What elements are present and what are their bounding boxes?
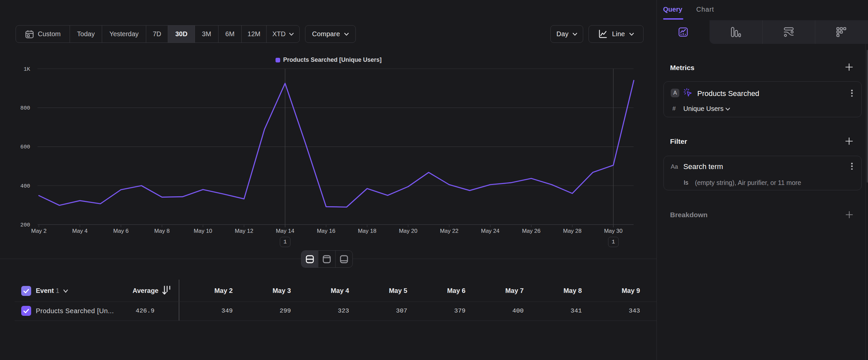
svg-text:May 14: May 14 — [276, 228, 294, 234]
svg-text:May 6: May 6 — [114, 228, 129, 234]
svg-text:May 22: May 22 — [440, 228, 459, 234]
svg-text:May 12: May 12 — [235, 228, 253, 234]
svg-text:May 16: May 16 — [317, 228, 336, 234]
svg-text:200: 200 — [20, 222, 30, 228]
svg-text:May 18: May 18 — [358, 228, 376, 234]
svg-text:May 28: May 28 — [563, 228, 582, 234]
svg-text:400: 400 — [20, 183, 30, 189]
svg-text:May 24: May 24 — [481, 228, 500, 234]
svg-text:1K: 1K — [24, 66, 30, 73]
svg-text:May 10: May 10 — [194, 228, 212, 234]
svg-text:May 30: May 30 — [604, 228, 623, 234]
svg-text:May 4: May 4 — [72, 228, 88, 234]
svg-text:May 8: May 8 — [154, 228, 169, 234]
svg-text:May 20: May 20 — [399, 228, 417, 234]
svg-text:May 26: May 26 — [522, 228, 540, 234]
svg-text:600: 600 — [20, 144, 30, 150]
svg-text:800: 800 — [20, 105, 30, 111]
svg-text:May 2: May 2 — [31, 228, 46, 234]
